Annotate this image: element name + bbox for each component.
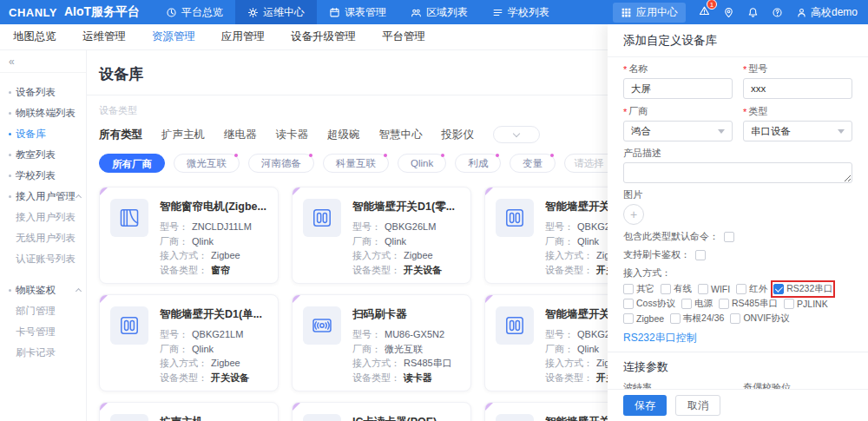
speaker-device-icon <box>110 414 148 421</box>
topbar: CHANLY AIoT服务平台 平台总览运维中心课表管理区域列表学校列表 应用中… <box>0 0 868 24</box>
sidebar-collapse-button[interactable]: « <box>0 50 86 73</box>
device-card-title: 智能墙壁开关D1(单... <box>160 307 262 322</box>
type-filter[interactable]: 智慧中心 <box>379 128 423 142</box>
sidebar-item[interactable]: 接入用户管理 <box>0 186 86 207</box>
image-upload-button[interactable]: + <box>623 204 644 225</box>
checkbox-icon <box>736 284 746 294</box>
vendor-filter[interactable]: 科量互联 <box>323 154 389 173</box>
vendor-filter[interactable]: 变量 <box>510 154 556 173</box>
access-option[interactable]: 红外 <box>736 283 767 295</box>
vendor-field: *厂商 鸿合 <box>623 105 733 141</box>
type-filter-more-select[interactable] <box>493 126 540 143</box>
desc-textarea[interactable] <box>623 162 852 183</box>
sidebar-item[interactable]: 教室列表 <box>0 144 86 165</box>
vendor-filter[interactable]: 利成 <box>455 154 501 173</box>
access-option[interactable]: RS485串口 <box>719 298 778 310</box>
access-option[interactable]: Coss协议 <box>623 298 675 310</box>
vendor-filter[interactable]: Qlink <box>398 154 446 173</box>
sidebar-subitem[interactable]: 无线用户列表 <box>0 227 86 248</box>
chevron-down-icon <box>718 129 725 134</box>
vendor-dropdown[interactable]: 鸿合 <box>623 121 733 141</box>
device-card[interactable]: IC卡读卡器(POE)型号：eth-poe-rj45厂商：科量互联 <box>292 402 471 421</box>
sidebar-subitem[interactable]: 卡号管理 <box>0 321 86 342</box>
name-input[interactable] <box>623 78 733 99</box>
sidebar-menu: 设备列表物联终端列表设备库教室列表学校列表接入用户管理接入用户列表无线用户列表认… <box>0 73 86 363</box>
subnav-item[interactable]: 运维管理 <box>82 30 126 44</box>
checkbox-icon <box>695 250 706 260</box>
panel-checkbox[interactable]: 支持刷卡鉴权： <box>623 248 852 261</box>
access-option[interactable]: 其它 <box>623 283 654 295</box>
corner-ribbon-icon <box>292 187 301 196</box>
access-options: 其它有线WIFI红外RS232串口Coss协议电源RS485串口PJLINKZi… <box>623 283 852 325</box>
app-center-label: 应用中心 <box>636 5 678 20</box>
access-option[interactable]: 韦根24/36 <box>670 312 724 325</box>
serial-control-link[interactable]: RS232串口控制 <box>623 331 852 345</box>
bell-icon[interactable] <box>747 7 759 18</box>
location-pin-icon[interactable] <box>723 7 734 18</box>
topnav-item-label: 运维中心 <box>263 5 305 20</box>
vendor-filter[interactable]: 河南德备 <box>248 154 314 173</box>
vendor-filter[interactable]: 所有厂商 <box>99 154 165 173</box>
topnav-item-schedule[interactable]: 课表管理 <box>317 0 398 24</box>
sidebar-item-label: 接入用户管理 <box>16 190 76 203</box>
access-option[interactable]: WIFI <box>698 284 730 294</box>
type-filter[interactable]: 超级碗 <box>327 128 360 142</box>
baud-field: 波特率 9600 <box>623 381 733 389</box>
sidebar-item[interactable]: 设备列表 <box>0 82 86 102</box>
type-filter[interactable]: 所有类型 <box>99 128 142 142</box>
access-option[interactable]: ONVIF协议 <box>730 312 789 325</box>
sidebar-subitem[interactable]: 认证账号列表 <box>0 248 86 269</box>
image-label: 图片 <box>623 188 642 201</box>
topnav-item-region[interactable]: 区域列表 <box>398 0 480 24</box>
access-option[interactable]: Zigbee <box>623 313 664 324</box>
sidebar-item[interactable]: 物联鉴权 <box>0 280 86 300</box>
sidebar-subitem[interactable]: 接入用户列表 <box>0 207 86 227</box>
topnav-item-label: 课表管理 <box>345 5 386 20</box>
subnav-item[interactable]: 地图总览 <box>13 30 56 44</box>
type-dropdown[interactable]: 串口设备 <box>743 121 852 141</box>
device-card-title: 智能墙壁开关D1(零... <box>352 200 455 214</box>
required-asterisk: * <box>743 64 746 75</box>
device-card[interactable]: 智能墙壁开关D1(零...型号：QBKG26LM厂商：Qlink接入方式：Zig… <box>292 187 471 284</box>
save-button[interactable]: 保存 <box>623 395 667 416</box>
reader-device-icon <box>303 414 341 421</box>
chevron-down-icon <box>513 129 520 136</box>
type-filter[interactable]: 投影仪 <box>442 128 475 142</box>
access-option[interactable]: PJLINK <box>784 299 828 309</box>
bullet-icon <box>9 154 11 156</box>
subnav-item[interactable]: 平台管理 <box>382 30 425 44</box>
device-card[interactable]: 扫码刷卡器型号：MU86-GX5N2厂商：微光互联接入方式：RS485串口设备类… <box>292 294 471 391</box>
sidebar-subitem[interactable]: 刷卡记录 <box>0 342 86 363</box>
panel-checkbox[interactable]: 包含此类型默认命令： <box>623 230 852 243</box>
alarm-button[interactable]: 1 <box>699 4 710 20</box>
sidebar-item[interactable]: 学校列表 <box>0 165 86 186</box>
subnav-item[interactable]: 应用管理 <box>221 30 265 44</box>
type-filter[interactable]: 扩声主机 <box>161 128 205 142</box>
device-card[interactable]: 智能墙壁开关D1(单...型号：QBKG21LM厂商：Qlink接入方式：Zig… <box>99 294 279 391</box>
topnav-item-ops[interactable]: 运维中心 <box>235 0 317 24</box>
required-asterisk: * <box>623 64 627 75</box>
device-card[interactable]: 智能窗帘电机(Zigbe...型号：ZNCLDJ11LM厂商：Qlink接入方式… <box>99 187 279 284</box>
access-option[interactable]: 电源 <box>681 298 713 310</box>
model-input[interactable] <box>743 78 852 99</box>
app-center-button[interactable]: 应用中心 <box>613 3 686 23</box>
vendor-filter[interactable]: 微光互联 <box>174 154 240 173</box>
sidebar-item[interactable]: 物联终端列表 <box>0 102 86 123</box>
topnav-item-school[interactable]: 学校列表 <box>480 0 562 24</box>
device-card[interactable]: 扩声主机型号：ITD5500厂商：千立科技 <box>99 402 279 421</box>
checkbox-icon <box>681 299 692 309</box>
type-filter[interactable]: 读卡器 <box>276 128 309 142</box>
sidebar-subitem[interactable]: 部门管理 <box>0 300 86 321</box>
help-icon[interactable] <box>772 7 783 18</box>
type-filter[interactable]: 继电器 <box>224 128 257 142</box>
device-card-title: 智能窗帘电机(Zigbe... <box>160 200 266 214</box>
bullet-icon <box>9 133 11 135</box>
access-option[interactable]: RS232串口 <box>773 283 832 295</box>
access-option[interactable]: 有线 <box>661 283 692 295</box>
cancel-button[interactable]: 取消 <box>675 395 720 416</box>
subnav-item[interactable]: 资源管理 <box>152 30 195 44</box>
topnav-item-overview[interactable]: 平台总览 <box>154 0 235 24</box>
user-menu[interactable]: 高校demo <box>796 5 858 20</box>
sidebar-item[interactable]: 设备库 <box>0 123 86 144</box>
subnav-item[interactable]: 设备升级管理 <box>291 30 356 44</box>
